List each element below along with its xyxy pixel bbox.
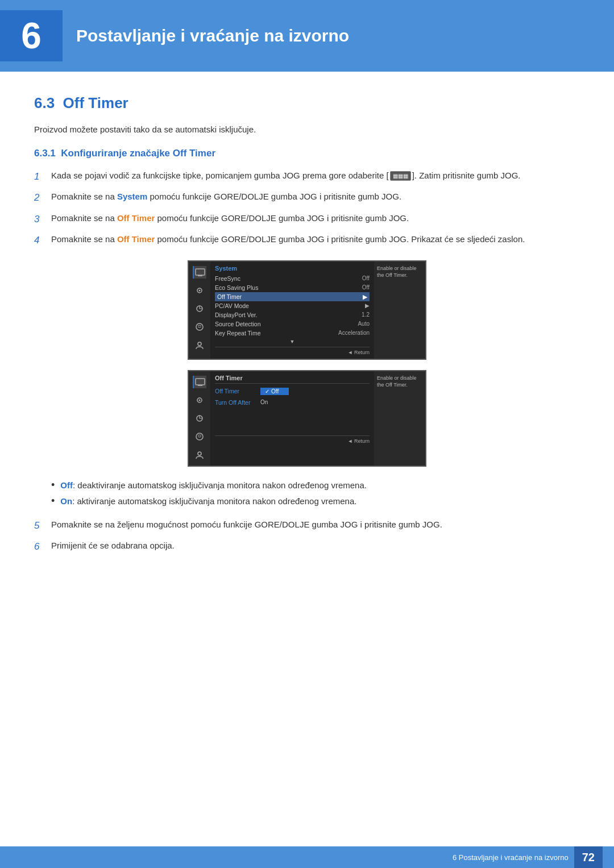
- chapter-title: Postavljanje i vraćanje na izvorno: [76, 26, 349, 45]
- sidebar-icon-2-4: [193, 430, 206, 443]
- menu-section-title-1: System: [215, 265, 370, 272]
- step-1: 1 Kada se pojavi vodič za funkcijske tip…: [34, 169, 580, 184]
- menu-row-freesync: FreeSync Off: [215, 274, 370, 283]
- chapter-number: 6: [0, 10, 63, 61]
- bullet-dot-1: •: [51, 479, 55, 492]
- monitor-help-1: Enable or disable the Off Timer.: [374, 261, 425, 359]
- section-heading: 6.3 Off Timer: [34, 94, 580, 112]
- step-number-1: 1: [34, 169, 51, 184]
- bullet-item-on: • On: aktiviranje automatskog isključiva…: [51, 495, 580, 508]
- step-text-6: Primijenit će se odabrana opcija.: [51, 539, 580, 553]
- sidebar-icon-2: [193, 284, 206, 297]
- step3-bold: Off Timer: [117, 213, 155, 223]
- screenshots-container: System FreeSync Off Eco Saving Plus Off …: [34, 260, 580, 467]
- sidebar-icon-4: [193, 321, 206, 333]
- menu-row-offtimer: Off Timer ▶: [215, 292, 370, 301]
- monitor-sidebar-1: [189, 261, 210, 359]
- return-row-2: ◄ Return: [215, 435, 370, 444]
- subsection-heading: 6.3.1 Konfiguriranje značajke Off Timer: [34, 148, 580, 159]
- sidebar-icon-2-3: [193, 412, 206, 425]
- step-text-4: Pomaknite se na Off Timer pomoću funkcij…: [51, 233, 580, 246]
- sidebar-icon-3: [193, 302, 206, 315]
- sidebar-icon-2-5: [193, 448, 206, 461]
- bullet-item-off: • Off: deaktiviranje automatskog isključ…: [51, 479, 580, 492]
- monitor-help-2: Enable or disable the Off Timer.: [374, 371, 425, 466]
- screenshot-2: Off Timer Off Timer ✓ Off Turn Off After…: [188, 370, 426, 467]
- menu-row-pcav: PC/AV Mode ▶: [215, 301, 370, 310]
- bullet-dot-2: •: [51, 495, 55, 508]
- return-row-1: ◄ Return: [215, 347, 370, 355]
- sidebar-icon-2-1: [193, 376, 206, 388]
- step-number-6: 6: [34, 539, 51, 554]
- svg-point-5: [196, 323, 203, 330]
- bullet-list: • Off: deaktiviranje automatskog isključ…: [51, 479, 580, 508]
- menu-row-dp: DisplayPort Ver. 1.2: [215, 310, 370, 319]
- bullet-off-label: Off: [60, 480, 73, 490]
- svg-point-13: [198, 452, 201, 455]
- bullet-text-off: Off: deaktiviranje automatskog isključiv…: [60, 479, 367, 492]
- monitor-sidebar-2: [189, 371, 210, 466]
- step-number-2: 2: [34, 190, 51, 205]
- submenu-row-turnoff: Turn Off After On: [215, 398, 370, 407]
- sidebar-icon-5: [193, 339, 206, 351]
- svg-point-12: [196, 433, 203, 440]
- svg-rect-7: [196, 379, 205, 385]
- main-content: 6.3 Off Timer Proizvod možete postaviti …: [0, 94, 614, 610]
- monitor-menu-1: System FreeSync Off Eco Saving Plus Off …: [210, 261, 374, 359]
- step-5: 5 Pomaknite se na željenu mogućnost pomo…: [34, 518, 580, 533]
- step4-bold: Off Timer: [117, 234, 155, 244]
- step-text-1: Kada se pojavi vodič za funkcijske tipke…: [51, 169, 580, 182]
- svg-rect-1: [198, 275, 202, 276]
- sidebar-icon-1: [193, 266, 206, 279]
- screenshot-1: System FreeSync Off Eco Saving Plus Off …: [188, 260, 426, 360]
- step-number-3: 3: [34, 212, 51, 227]
- monitor-submenu-2: Off Timer Off Timer ✓ Off Turn Off After…: [210, 371, 374, 466]
- page-number: 72: [574, 846, 603, 868]
- svg-rect-0: [196, 269, 205, 275]
- intro-text: Proizvod možete postaviti tako da se aut…: [34, 123, 580, 136]
- bullet-on-label: On: [60, 496, 72, 506]
- svg-rect-8: [198, 385, 202, 386]
- step-2: 2 Pomaknite se na System pomoću funkcije…: [34, 190, 580, 205]
- step-number-4: 4: [34, 233, 51, 248]
- steps-list: 1 Kada se pojavi vodič za funkcijske tip…: [34, 169, 580, 248]
- step-text-3: Pomaknite se na Off Timer pomoću funkcij…: [51, 212, 580, 225]
- step-text-5: Pomaknite se na željenu mogućnost pomoću…: [51, 518, 580, 531]
- step-4: 4 Pomaknite se na Off Timer pomoću funkc…: [34, 233, 580, 248]
- bullet-text-on: On: aktiviranje automatskog isključivanj…: [60, 495, 356, 508]
- menu-row-key: Key Repeat Time Acceleration: [215, 329, 370, 338]
- svg-point-6: [198, 342, 201, 346]
- step2-bold: System: [117, 192, 147, 201]
- footer-text: 6 Postavljanje i vraćanje na izvorno: [453, 853, 569, 862]
- submenu-title: Off Timer: [215, 375, 370, 384]
- sidebar-icon-2-2: [193, 394, 206, 406]
- menu-row-eco: Eco Saving Plus Off: [215, 283, 370, 292]
- scroll-indicator: ▼: [215, 339, 370, 344]
- step-6: 6 Primijenit će se odabrana opcija.: [34, 539, 580, 554]
- svg-point-3: [199, 289, 201, 291]
- keyboard-icon: ▦▦▦: [390, 171, 411, 181]
- submenu-row-offtimer: Off Timer ✓ Off: [215, 387, 370, 396]
- svg-point-10: [199, 399, 201, 401]
- step-text-2: Pomaknite se na System pomoću funkcije G…: [51, 190, 580, 203]
- step-3: 3 Pomaknite se na Off Timer pomoću funkc…: [34, 212, 580, 227]
- steps-list-2: 5 Pomaknite se na željenu mogućnost pomo…: [34, 518, 580, 554]
- page-footer: 6 Postavljanje i vraćanje na izvorno 72: [0, 846, 614, 868]
- menu-row-source: Source Detection Auto: [215, 319, 370, 329]
- step-number-5: 5: [34, 518, 51, 533]
- chapter-header: 6 Postavljanje i vraćanje na izvorno: [0, 0, 614, 72]
